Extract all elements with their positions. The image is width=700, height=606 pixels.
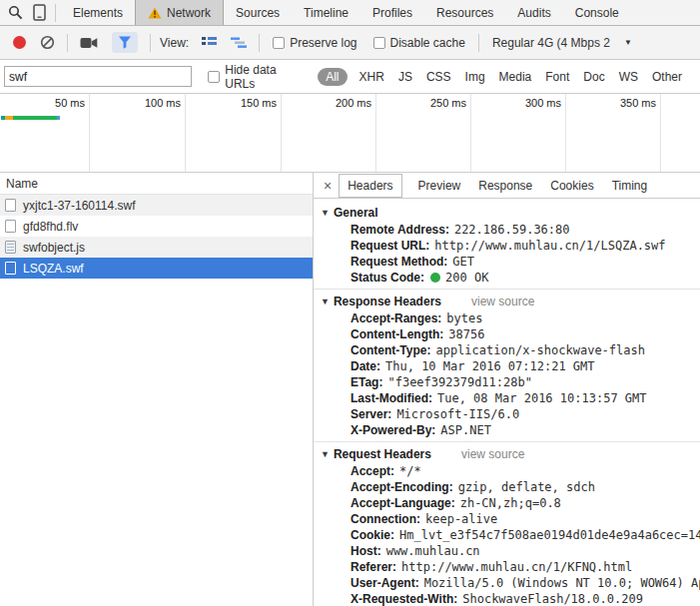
view-label: View: bbox=[160, 36, 189, 50]
divider bbox=[150, 34, 151, 52]
disable-cache-checkbox[interactable]: Disable cache bbox=[373, 36, 465, 50]
response-headers-section: ▼ Response Headers view source Accept-Ra… bbox=[314, 289, 700, 441]
filter-toggle-button[interactable] bbox=[112, 32, 138, 53]
request-row-lsqza[interactable]: LSQZA.swf bbox=[0, 258, 313, 279]
request-name: LSQZA.swf bbox=[23, 262, 84, 276]
response-headers-toggle[interactable]: ▼ Response Headers view source bbox=[314, 293, 700, 310]
view-source-link[interactable]: view source bbox=[471, 295, 534, 308]
section-title: General bbox=[334, 206, 378, 220]
tab-resources[interactable]: Resources bbox=[424, 0, 505, 25]
file-icon bbox=[5, 220, 16, 233]
tab-label: Resources bbox=[436, 6, 493, 20]
view-waterfall-icon[interactable] bbox=[231, 36, 247, 49]
tab-headers[interactable]: Headers bbox=[339, 174, 401, 198]
header-line: User-Agent:Mozilla/5.0 (Windows NT 10.0;… bbox=[314, 575, 700, 591]
header-line: Cookie:Hm_lvt_e3f54c7f508ae0194d01de4e9a… bbox=[314, 527, 700, 543]
ruler-tick: 350 ms bbox=[0, 97, 656, 109]
divider bbox=[67, 34, 68, 52]
disclosure-triangle-icon: ▼ bbox=[321, 449, 330, 459]
preserve-log-checkbox[interactable]: Preserve log bbox=[273, 36, 356, 50]
section-title: Response Headers bbox=[334, 295, 441, 308]
type-filter-js[interactable]: JS bbox=[398, 70, 412, 84]
type-filter-all[interactable]: All bbox=[318, 68, 347, 86]
section-title: Request Headers bbox=[334, 447, 431, 461]
record-icon bbox=[13, 36, 26, 49]
status-ok-icon bbox=[430, 273, 440, 283]
request-name: gfd8fhd.flv bbox=[23, 220, 78, 234]
divider bbox=[259, 34, 260, 52]
checkbox-icon bbox=[273, 37, 285, 49]
tab-sources[interactable]: Sources bbox=[224, 0, 292, 25]
throttling-select[interactable]: Regular 4G (4 Mbps 2 ▼ bbox=[492, 36, 632, 50]
divider bbox=[478, 34, 479, 52]
tab-console[interactable]: Console bbox=[563, 0, 631, 25]
tab-profiles[interactable]: Profiles bbox=[360, 0, 424, 25]
type-filter-css[interactable]: CSS bbox=[426, 70, 451, 84]
filter-bar: Hide data URLs All XHR JS CSS Img Media … bbox=[0, 60, 700, 94]
script-file-icon bbox=[5, 241, 16, 254]
tab-label: Timeline bbox=[304, 6, 349, 20]
view-list-icon[interactable] bbox=[202, 36, 217, 49]
header-line-status: Status Code:200 OK bbox=[314, 270, 700, 286]
tab-timing[interactable]: Timing bbox=[612, 175, 648, 197]
tab-response[interactable]: Response bbox=[478, 175, 532, 197]
inspect-element-icon[interactable] bbox=[8, 5, 23, 20]
request-headers-toggle[interactable]: ▼ Request Headers view source bbox=[314, 445, 700, 463]
general-section-toggle[interactable]: ▼ General bbox=[314, 204, 700, 222]
header-line: Connection:keep-alive bbox=[314, 511, 700, 527]
header-line: Request Method:GET bbox=[314, 254, 700, 270]
header-line: Accept-Ranges:bytes bbox=[314, 310, 700, 326]
timeline-overview[interactable]: 50 ms 100 ms 150 ms 200 ms 250 ms 300 ms… bbox=[0, 94, 700, 173]
waterfall-bar bbox=[1, 116, 60, 120]
type-filter-font[interactable]: Font bbox=[545, 70, 569, 84]
file-icon bbox=[5, 199, 16, 212]
tab-preview[interactable]: Preview bbox=[418, 175, 461, 197]
header-line: X-Requested-With:ShockwaveFlash/18.0.0.2… bbox=[314, 591, 700, 606]
throttling-label: Regular 4G (4 Mbps 2 bbox=[492, 36, 610, 50]
ruler-gridline bbox=[660, 94, 661, 172]
type-filter-media[interactable]: Media bbox=[499, 70, 532, 84]
checkbox-icon bbox=[373, 37, 385, 49]
waterfall-segment bbox=[13, 116, 57, 120]
chevron-down-icon: ▼ bbox=[624, 38, 632, 47]
tab-elements[interactable]: Elements bbox=[61, 0, 135, 25]
request-headers-section: ▼ Request Headers view source Accept:*/*… bbox=[314, 441, 700, 606]
header-line: Accept-Encoding:gzip, deflate, sdch bbox=[314, 479, 700, 495]
name-column-header[interactable]: Name bbox=[0, 173, 313, 195]
header-line: Host:www.muhlau.cn bbox=[314, 543, 700, 559]
disclosure-triangle-icon: ▼ bbox=[321, 297, 330, 306]
tab-cookies[interactable]: Cookies bbox=[550, 175, 593, 197]
header-line: ETag:"f3eef392379d11:28b" bbox=[314, 374, 700, 390]
hide-data-urls-checkbox[interactable]: Hide data URLs bbox=[208, 63, 308, 91]
tabbar-icons bbox=[0, 0, 50, 25]
tab-timeline[interactable]: Timeline bbox=[292, 0, 360, 25]
main-tabbar: Elements Network Sources Timeline Profil… bbox=[0, 0, 700, 26]
block-icon bbox=[40, 35, 55, 50]
header-line: Accept:*/* bbox=[314, 463, 700, 479]
screencast-button[interactable] bbox=[80, 37, 98, 49]
device-mode-icon[interactable] bbox=[33, 4, 46, 21]
tab-audits[interactable]: Audits bbox=[505, 0, 562, 25]
request-row-yxjtc1[interactable]: yxjtc1-37-160114.swf bbox=[0, 195, 313, 216]
type-filter-other[interactable]: Other bbox=[652, 70, 682, 84]
header-line: Server:Microsoft-IIS/6.0 bbox=[314, 406, 700, 422]
type-filter-doc[interactable]: Doc bbox=[583, 70, 604, 84]
tab-label: Sources bbox=[236, 6, 280, 20]
request-row-swfobject[interactable]: swfobject.js bbox=[0, 237, 313, 258]
type-filter-xhr[interactable]: XHR bbox=[359, 70, 384, 84]
type-filter-img[interactable]: Img bbox=[465, 70, 485, 84]
header-line: Remote Address:222.186.59.36:80 bbox=[314, 222, 700, 238]
request-row-gfd8fhd[interactable]: gfd8fhd.flv bbox=[0, 216, 313, 237]
clear-button[interactable] bbox=[40, 35, 55, 50]
request-list-panel: Name yxjtc1-37-160114.swf gfd8fhd.flv sw… bbox=[0, 173, 313, 606]
close-details-button[interactable]: × bbox=[324, 179, 332, 193]
filter-input[interactable] bbox=[4, 66, 192, 87]
network-toolbar: View: Preserve log Disable cache Regular… bbox=[0, 26, 700, 60]
tab-label: Profiles bbox=[372, 6, 412, 20]
record-button[interactable] bbox=[13, 36, 26, 49]
request-details-panel: × Headers Preview Response Cookies Timin… bbox=[313, 173, 700, 606]
view-source-link[interactable]: view source bbox=[461, 447, 524, 461]
headers-body: ▼ General Remote Address:222.186.59.36:8… bbox=[314, 199, 700, 606]
tab-network[interactable]: Network bbox=[135, 0, 224, 25]
type-filter-ws[interactable]: WS bbox=[619, 70, 638, 84]
